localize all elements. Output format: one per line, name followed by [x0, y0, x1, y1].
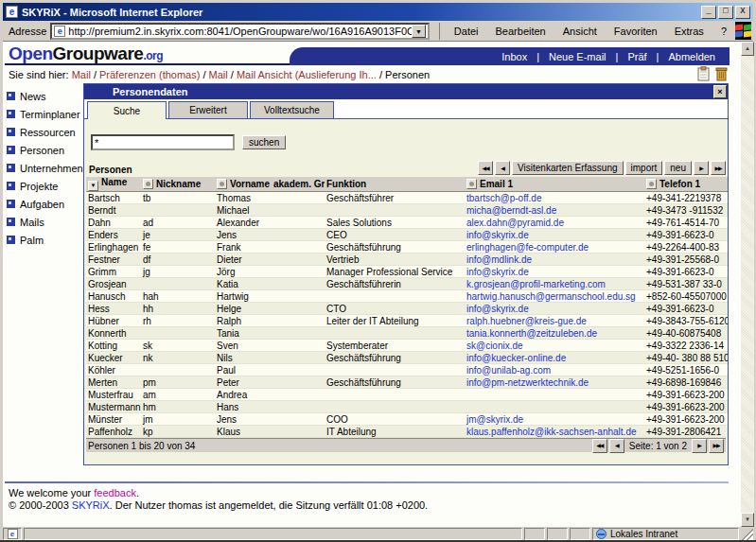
email-link[interactable]: klaus.paffenholz@ikk-sachsen-anhalt.de	[466, 427, 637, 437]
maximize-button[interactable]: □	[718, 6, 733, 19]
email-link[interactable]: erlinghagen@fe-computer.de	[466, 242, 589, 253]
resize-grip[interactable]	[741, 528, 753, 540]
footer-previous-page-icon[interactable]: ◀	[609, 439, 624, 453]
table-row[interactable]: KottingskSvenSystemberatersk@cionix.de+4…	[86, 340, 728, 352]
email-link[interactable]: k.grosjean@profil-marketing.com	[466, 279, 606, 289]
email-link[interactable]: tbartsch@p-off.de	[466, 193, 541, 203]
email-link[interactable]: micha@berndt-asl.de	[466, 205, 556, 216]
table-row[interactable]: HesshhHelgeCTOinfo@skyrix.de+49-391-6623…	[86, 303, 728, 315]
breadcrumb-link[interactable]: Mail	[209, 69, 228, 80]
first-page-icon[interactable]: ◀◀	[478, 161, 493, 175]
column-header-funktion[interactable]: Funktion	[325, 177, 465, 192]
address-dropdown-arrow-icon[interactable]: ▼	[412, 25, 426, 38]
email-link[interactable]: info@mdlink.de	[466, 254, 532, 265]
email-link[interactable]: sk@cionix.de	[466, 341, 523, 351]
search-input[interactable]	[91, 134, 235, 150]
table-row[interactable]: FestnerdfDieterVertriebinfo@mdlink.de+49…	[86, 254, 728, 266]
table-row[interactable]: PaffenholzkpKlausIT Abteilungklaus.paffe…	[86, 426, 728, 438]
footer-first-page-icon[interactable]: ◀◀	[592, 439, 607, 453]
table-row[interactable]: KöhlerPaulinfo@unilab-ag.com+49-5251-165…	[86, 364, 728, 376]
table-row[interactable]: EndersjeJensCEOinfo@skyrix.de+49-391-662…	[86, 229, 728, 241]
menu-item-datei[interactable]: Datei	[446, 23, 487, 40]
toolbar-button-neu[interactable]: neu	[664, 161, 692, 175]
menu-item-[interactable]: ?	[712, 23, 735, 40]
table-row[interactable]: MertenpmPeterGeschäftsführunginfo@pm-net…	[86, 376, 728, 389]
minimize-button[interactable]: _	[701, 6, 716, 19]
table-row[interactable]: ErlinghagenfeFrankGeschäftsführungerling…	[86, 241, 728, 254]
sidebar-item-projekte[interactable]: Projekte	[7, 177, 83, 195]
next-page-icon[interactable]: ▶	[694, 161, 709, 175]
email-link[interactable]: jm@skyrix.de	[466, 414, 523, 425]
toolbar-button-import[interactable]: import	[625, 161, 663, 175]
footer-next-page-icon[interactable]: ▶	[692, 439, 707, 453]
panel-close-icon[interactable]: ×	[713, 85, 727, 98]
email-link[interactable]: info@skyrix.de	[466, 267, 529, 277]
email-link[interactable]: tania.konnerth@zeitzuleben.de	[466, 328, 597, 339]
tab-volltextsuche[interactable]: Volltextsuche	[250, 101, 334, 118]
table-row[interactable]: MusterfrauamAndrea+49-391-6623-200	[86, 389, 728, 401]
dot-icon[interactable]	[646, 179, 657, 189]
table-row[interactable]: BartschtbThomasGeschäftsführertbartsch@p…	[86, 192, 728, 204]
dot-icon[interactable]	[143, 179, 153, 189]
column-header-name[interactable]: ▼Name	[86, 177, 141, 192]
table-row[interactable]: GrimmjgJörgManager Professional Servicei…	[86, 266, 728, 278]
email-link[interactable]: info@pm-netzwerktechnik.de	[466, 377, 589, 388]
column-header-email-1[interactable]: Email 1	[465, 177, 644, 192]
column-header-nickname[interactable]: Nickname	[141, 177, 215, 192]
sidebar-item-personen[interactable]: Personen	[7, 141, 83, 159]
address-input[interactable]: e http://premium2.in.skyrix.com:8041/Ope…	[50, 23, 429, 40]
dot-icon[interactable]	[466, 179, 477, 189]
footer-last-page-icon[interactable]: ▶▶	[709, 439, 724, 453]
email-link[interactable]: info@skyrix.de	[466, 304, 529, 314]
feedback-link[interactable]: feedback	[94, 487, 136, 498]
sidebar-item-terminplaner[interactable]: Terminplaner	[7, 105, 83, 123]
menu-item-extras[interactable]: Extras	[666, 23, 712, 40]
nav-link-prf[interactable]: Präf	[627, 51, 646, 62]
dot-icon[interactable]	[217, 179, 227, 189]
email-link[interactable]: info@skyrix.de	[466, 230, 529, 240]
table-row[interactable]: DahnadAlexanderSales Solutionsalex.dahn@…	[86, 217, 728, 229]
email-link[interactable]: info@kuecker-online.de	[466, 353, 566, 363]
close-button[interactable]: X	[735, 6, 750, 19]
breadcrumb-link[interactable]: Mail	[72, 69, 91, 80]
sidebar-item-mails[interactable]: Mails	[7, 213, 83, 231]
last-page-icon[interactable]: ▶▶	[711, 161, 726, 175]
tab-suche[interactable]: Suche	[87, 101, 167, 119]
sidebar-item-palm[interactable]: Palm	[7, 231, 83, 249]
breadcrumb-link[interactable]: Mail Ansicht (Auslieferung Ih...	[237, 69, 377, 80]
table-row[interactable]: MustermannhmHans+49-391-6623-200	[86, 401, 728, 413]
sort-icon[interactable]: ▼	[88, 181, 98, 191]
scroll-up-icon[interactable]: ▲	[741, 42, 754, 56]
email-link[interactable]: info@unilab-ag.com	[466, 365, 551, 376]
table-row[interactable]: MünsterjmJensCOOjm@skyrix.de+49-391-6623…	[86, 413, 728, 426]
nav-link-abmelden[interactable]: Abmelden	[668, 51, 715, 62]
column-header-akadem--grad[interactable]: akadem. Grad	[272, 177, 325, 192]
nav-link-neueemail[interactable]: Neue E-mail	[549, 51, 607, 62]
email-link[interactable]: alex.dahn@pyramid.de	[466, 218, 564, 228]
scroll-down-icon[interactable]: ▼	[741, 513, 754, 527]
menu-item-ansicht[interactable]: Ansicht	[554, 23, 606, 40]
breadcrumb-link[interactable]: Präferenzen (thomas)	[99, 69, 200, 80]
email-link[interactable]: ralph.huebner@kreis-gue.de	[466, 316, 587, 326]
sidebar-item-aufgaben[interactable]: Aufgaben	[7, 195, 83, 213]
skyrix-link[interactable]: SKYRiX	[72, 499, 110, 511]
sidebar-item-news[interactable]: News	[7, 87, 83, 105]
menu-item-bearbeiten[interactable]: Bearbeiten	[487, 23, 554, 40]
email-link[interactable]: hartwig.hanusch@germanschool.edu.sg	[466, 291, 636, 302]
column-header-telefon-1[interactable]: Telefon 1	[644, 177, 728, 192]
sidebar-item-ressourcen[interactable]: Ressourcen	[7, 123, 83, 141]
toolbar-button-visitenkarten-erfassung[interactable]: Visitenkarten Erfassung	[512, 161, 623, 175]
tab-erweitert[interactable]: Erweitert	[168, 101, 248, 118]
previous-page-icon[interactable]: ◀	[495, 161, 510, 175]
table-row[interactable]: KonnerthTaniatania.konnerth@zeitzuleben.…	[86, 327, 728, 340]
nav-link-inbox[interactable]: Inbox	[501, 51, 527, 62]
table-row[interactable]: GrosjeanKatiaGeschäftsführerink.grosjean…	[86, 278, 728, 290]
search-button[interactable]: suchen	[242, 135, 286, 149]
vertical-scrollbar[interactable]: ▲ ▼	[741, 42, 754, 527]
trash-icon[interactable]	[715, 66, 728, 81]
clipboard-icon[interactable]	[697, 66, 710, 81]
column-header-vorname[interactable]: Vorname	[215, 177, 272, 192]
sidebar-item-unternehmen[interactable]: Unternehmen	[7, 159, 83, 177]
table-row[interactable]: KueckernkNilsGeschäftsführunginfo@kuecke…	[86, 352, 728, 364]
table-row[interactable]: HübnerrhRalphLeiter der IT Abteilungralp…	[86, 315, 728, 327]
